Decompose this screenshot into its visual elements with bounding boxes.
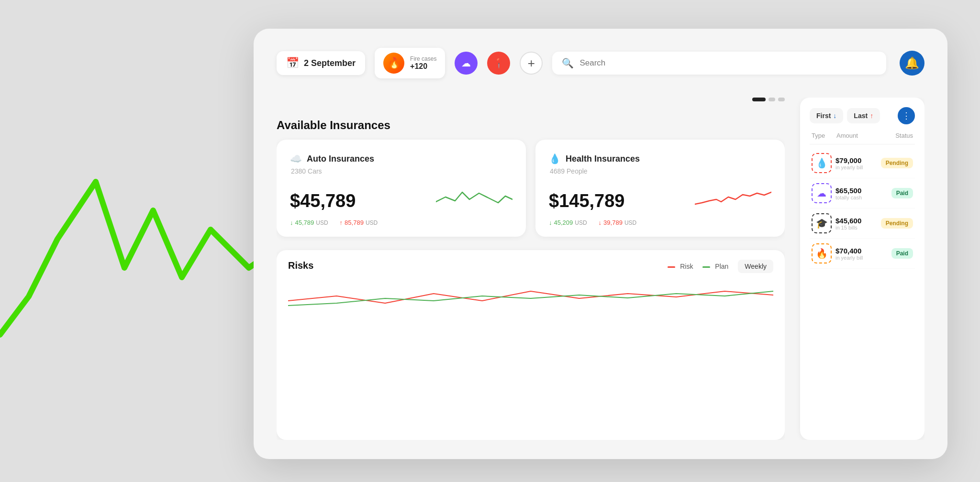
dot-inactive-1 xyxy=(768,98,775,101)
date-badge: 📅 2 September xyxy=(277,51,365,75)
pagination-dots xyxy=(277,98,785,101)
health-card-subtitle: 4689 People xyxy=(550,167,771,175)
health-card-header: 💧 Health Insurances xyxy=(549,153,771,164)
col-amount: Amount xyxy=(836,132,880,139)
health-icon: 💧 xyxy=(549,153,561,164)
row-icon-1: 💧 xyxy=(812,153,832,173)
first-sort-button[interactable]: First ↓ xyxy=(810,108,843,123)
row-info-1: $79,000 in yearly bill xyxy=(835,156,877,170)
calendar-icon: 📅 xyxy=(286,57,299,69)
date-text: 2 September xyxy=(304,58,356,68)
health-card-body: $145,789 xyxy=(549,183,771,211)
row-amount-4: $70,400 xyxy=(835,247,888,255)
more-options-button[interactable]: ⋮ xyxy=(898,107,915,124)
auto-card-header: ☁️ Auto Insurances xyxy=(290,153,512,164)
fire-icon: 🔥 xyxy=(383,53,404,74)
last-label: Last xyxy=(854,112,868,120)
col-status: Status xyxy=(880,132,913,139)
fire-count: +120 xyxy=(410,62,436,71)
last-arrow-icon: ↑ xyxy=(870,112,873,120)
auto-insurance-card: ☁️ Auto Insurances 2380 Cars $45,789 xyxy=(277,140,526,237)
status-badge-1: Pending xyxy=(881,158,913,168)
row-amount-2: $65,500 xyxy=(835,186,888,195)
health-card-title: Health Insurances xyxy=(566,154,640,164)
search-input[interactable] xyxy=(579,58,877,68)
health-card-amount: $145,789 xyxy=(549,191,625,211)
health-sparkline xyxy=(695,183,771,211)
risks-chart-svg xyxy=(288,277,773,315)
col-type: Type xyxy=(812,132,836,139)
row-info-3: $45,600 in 15 bills xyxy=(835,217,877,230)
insurance-cards: ☁️ Auto Insurances 2380 Cars $45,789 xyxy=(277,140,785,237)
dot-inactive-2 xyxy=(778,98,785,101)
section-title-insurances: Available Insurances xyxy=(277,119,785,132)
auto-card-title: Auto Insurances xyxy=(307,154,374,164)
row-icon-2: ☁ xyxy=(812,183,832,203)
row-sub-2: totally cash xyxy=(835,195,888,200)
row-icon-3: 🎓 xyxy=(812,213,832,233)
auto-card-stats: ↓ 45,789 USD ↑ 85,789 USD xyxy=(290,219,512,226)
plan-legend-dot xyxy=(702,266,710,268)
row-info-4: $70,400 in yearly bill xyxy=(835,247,888,261)
status-badge-3: Pending xyxy=(881,218,913,229)
weekly-button[interactable]: Weekly xyxy=(738,260,773,273)
risk-legend-dot xyxy=(668,266,675,268)
fire-badge: 🔥 Fire cases +120 xyxy=(375,48,445,78)
row-amount-3: $45,600 xyxy=(835,217,877,225)
body-layout: Available Insurances ☁️ Auto Insurances … xyxy=(277,98,924,440)
health-stat-up: ↓ 39,789 USD xyxy=(599,219,637,226)
health-stat-down: ↓ 45,209 USD xyxy=(549,219,587,226)
search-bar: 🔍 xyxy=(552,52,886,75)
row-info-2: $65,500 totally cash xyxy=(835,186,888,200)
status-badge-4: Paid xyxy=(891,248,913,259)
right-sidebar: First ↓ Last ↑ ⋮ Type Amount Status xyxy=(800,98,924,440)
fire-label: Fire cases xyxy=(410,55,436,62)
last-sort-button[interactable]: Last ↑ xyxy=(847,108,880,123)
auto-icon: ☁️ xyxy=(290,153,302,164)
main-content: Available Insurances ☁️ Auto Insurances … xyxy=(277,98,785,440)
header: 📅 2 September 🔥 Fire cases +120 ☁ 📍 + 🔍 … xyxy=(277,48,924,78)
sidebar-controls: First ↓ Last ↑ ⋮ xyxy=(810,107,915,124)
first-arrow-icon: ↓ xyxy=(833,112,836,120)
table-header: Type Amount Status xyxy=(810,132,915,144)
table-row: 🎓 $45,600 in 15 bills Pending xyxy=(810,208,915,239)
auto-card-subtitle: 2380 Cars xyxy=(291,167,512,175)
status-badge-2: Paid xyxy=(891,188,913,198)
main-card: 📅 2 September 🔥 Fire cases +120 ☁ 📍 + 🔍 … xyxy=(254,29,947,459)
auto-card-amount: $45,789 xyxy=(290,191,356,211)
notification-button[interactable]: 🔔 xyxy=(900,51,924,76)
row-sub-4: in yearly bill xyxy=(835,255,888,261)
add-button[interactable]: + xyxy=(520,52,543,75)
auto-sparkline xyxy=(436,183,512,211)
dot-active xyxy=(752,98,766,101)
table-row: 💧 $79,000 in yearly bill Pending xyxy=(810,148,915,178)
plan-legend-item: Plan xyxy=(702,263,728,270)
risks-legend: Risk Plan Weekly xyxy=(668,260,773,273)
table-row: 🔥 $70,400 in yearly bill Paid xyxy=(810,239,915,269)
health-card-stats: ↓ 45,209 USD ↓ 39,789 USD xyxy=(549,219,771,226)
row-icon-4: 🔥 xyxy=(812,243,832,263)
avatar-cloud[interactable]: ☁ xyxy=(455,52,478,75)
section-title-risks: Risks xyxy=(288,260,313,271)
risks-header: Risks Risk Plan Weekly xyxy=(288,260,773,273)
table-row: ☁ $65,500 totally cash Paid xyxy=(810,178,915,208)
available-insurances-section: Available Insurances ☁️ Auto Insurances … xyxy=(277,119,785,237)
fire-text: Fire cases +120 xyxy=(410,55,436,71)
auto-stat-down: ↓ 45,789 USD xyxy=(290,219,328,226)
first-label: First xyxy=(816,112,831,120)
row-amount-1: $79,000 xyxy=(835,156,877,164)
health-insurance-card: 💧 Health Insurances 4689 People $145,789 xyxy=(535,140,785,237)
risks-section: Risks Risk Plan Weekly xyxy=(277,250,785,440)
risk-legend-item: Risk xyxy=(668,263,693,270)
auto-stat-up: ↑ 85,789 USD xyxy=(340,219,378,226)
avatar-pin[interactable]: 📍 xyxy=(487,52,510,75)
row-sub-1: in yearly bill xyxy=(835,164,877,170)
search-icon: 🔍 xyxy=(562,57,574,69)
row-sub-3: in 15 bills xyxy=(835,225,877,230)
auto-card-body: $45,789 xyxy=(290,183,512,211)
